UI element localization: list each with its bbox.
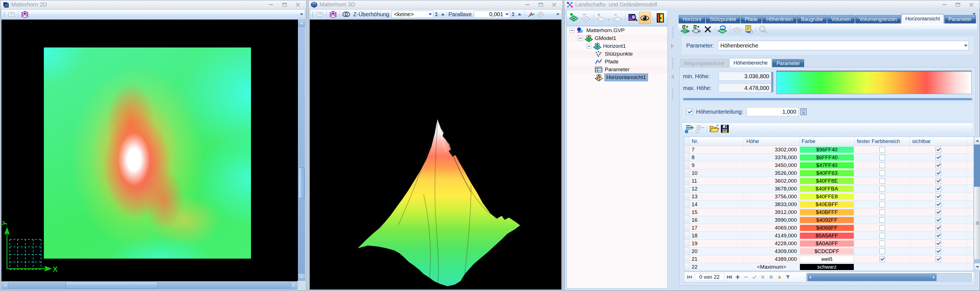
post-edit-button[interactable] <box>750 273 759 281</box>
tab-volumengrenzen[interactable]: Volumengrenzen <box>855 15 901 24</box>
sichtbar-checkbox[interactable] <box>935 162 941 168</box>
tree-item-st-tzpunkte[interactable]: Stützpunkte <box>567 50 667 58</box>
fester-farbbereich-checkbox[interactable] <box>880 170 885 176</box>
horizontal-scrollbar-2d[interactable] <box>2 281 298 289</box>
toolbar-overflow-button[interactable] <box>299 10 304 19</box>
add-entry-button[interactable] <box>684 124 695 134</box>
tree-item-pfade[interactable]: Pfade <box>567 58 667 66</box>
cell-nr[interactable]: 21 <box>689 255 744 263</box>
cell-nr[interactable]: 10 <box>689 169 744 177</box>
subtab-parameter[interactable]: Parameter <box>772 59 804 67</box>
tab-baugrube[interactable]: Baugrube <box>797 15 827 24</box>
tab-horizont[interactable]: Horizont <box>679 15 705 24</box>
row-indicator[interactable] <box>684 255 689 263</box>
z-exaggeration-combo[interactable]: <keine> <box>391 11 433 18</box>
cell-sichtbar[interactable] <box>910 193 967 200</box>
table-row-19[interactable]: 194228,000$A0A0FF <box>684 240 974 247</box>
cell-hoehe[interactable]: 3526,000 <box>744 169 799 177</box>
table-row-7[interactable]: 73302,000$96FF40 <box>684 146 974 154</box>
cell-nr[interactable]: 15 <box>689 208 744 216</box>
column-header-sichtbar[interactable]: sichtbar <box>910 137 967 145</box>
cell-nr[interactable]: 19 <box>689 240 744 247</box>
vertical-scrollbar-2d[interactable] <box>298 19 305 281</box>
cell-hoehe[interactable]: 4149,000 <box>744 232 799 239</box>
cell-hoehe[interactable]: 4069,000 <box>744 224 799 232</box>
cell-farbe[interactable]: weiß <box>799 255 854 263</box>
cell-nr[interactable]: 22 <box>689 263 744 270</box>
save-palette-button[interactable] <box>719 124 730 134</box>
add-view-alt-button[interactable] <box>691 25 702 34</box>
cell-hoehe[interactable]: 3302,000 <box>744 146 799 153</box>
tab-stützpunkte[interactable]: Stützpunkte <box>706 15 740 24</box>
fester-farbbereich-checkbox[interactable] <box>880 248 885 254</box>
sichtbar-checkbox[interactable] <box>935 194 941 199</box>
cell-fester-farbbereich[interactable] <box>854 216 910 224</box>
sichtbar-checkbox[interactable] <box>935 155 941 160</box>
minimize-button[interactable] <box>523 2 532 8</box>
cell-sichtbar[interactable] <box>910 169 967 177</box>
row-indicator[interactable] <box>684 169 689 177</box>
subtab-höhenbereiche[interactable]: Höhenbereiche <box>729 58 772 67</box>
cell-fester-farbbereich[interactable] <box>854 169 910 177</box>
sichtbar-checkbox[interactable] <box>935 248 941 254</box>
titlebar-3d[interactable]: Matterhorn 3D <box>309 0 562 9</box>
table-row-11[interactable]: 113602,000$40FF8E <box>684 177 974 185</box>
layers-button[interactable] <box>20 10 30 18</box>
cell-farbe[interactable]: $40FF8E <box>799 177 854 184</box>
cell-farbe[interactable]: $CDCDFF <box>799 247 854 255</box>
cell-hoehe[interactable]: 3602,000 <box>744 177 799 184</box>
cell-hoehe[interactable]: 3678,000 <box>744 185 799 192</box>
insert-record-button[interactable] <box>733 273 742 281</box>
cell-farbe[interactable]: $4066FF <box>799 224 854 232</box>
cell-hoehe[interactable]: 3756,000 <box>744 193 799 200</box>
titlebar-2d[interactable]: Matterhorn 2D <box>0 0 306 9</box>
z-exaggeration-spinner[interactable] <box>435 12 438 16</box>
cell-hoehe[interactable]: 4309,000 <box>744 247 799 255</box>
cell-farbe[interactable]: $40BFFF <box>799 208 854 216</box>
cell-farbe[interactable]: $40FFBA <box>799 185 854 192</box>
tabs-overflow-button[interactable] <box>972 15 976 20</box>
tab-volumen[interactable]: Volumen <box>827 15 854 24</box>
sichtbar-checkbox[interactable] <box>935 225 941 231</box>
column-header-h-he[interactable]: Höhe <box>744 137 799 145</box>
cell-nr[interactable]: 14 <box>689 200 744 208</box>
parallax-combo[interactable]: 0,001 <box>474 11 510 18</box>
column-header-fester-farbbereich[interactable]: fester Farbbereich <box>854 137 910 145</box>
row-indicator[interactable] <box>684 216 689 224</box>
cell-hoehe[interactable]: 3833,000 <box>744 200 799 208</box>
cell-farbe[interactable]: $6FFF40 <box>799 154 854 161</box>
titlebar-lgm[interactable]: Landschafts- und Geländemodell <box>565 0 980 9</box>
hoehenunterteilung-field[interactable]: 1,000 <box>746 107 798 116</box>
cell-hoehe[interactable]: 3376,000 <box>744 154 799 161</box>
add-horizon-button[interactable] <box>595 12 607 24</box>
cell-sichtbar[interactable] <box>910 240 967 247</box>
cell-hoehe[interactable]: 4389,000 <box>744 255 799 263</box>
fester-farbbereich-checkbox[interactable] <box>880 225 885 231</box>
maximize-button[interactable] <box>280 2 289 8</box>
table-row-10[interactable]: 103526,000$40FF63 <box>684 169 974 177</box>
cell-nr[interactable]: 11 <box>689 177 744 184</box>
tree-expander-icon[interactable] <box>586 44 591 49</box>
remove-entry-button[interactable] <box>695 124 705 134</box>
float-window-button[interactable] <box>7 10 16 18</box>
table-row-8[interactable]: 83376,000$6FFF40 <box>684 154 974 161</box>
tree-expander-icon[interactable] <box>578 36 583 41</box>
scroll-right-button[interactable] <box>290 281 298 289</box>
cell-sichtbar[interactable] <box>910 146 967 153</box>
table-vertical-scrollbar[interactable] <box>974 137 980 271</box>
cell-farbe[interactable]: $96FF40 <box>799 146 854 153</box>
tree-item-parameter[interactable]: Parameter <box>567 66 667 73</box>
row-indicator[interactable] <box>684 193 689 200</box>
exit-button[interactable] <box>654 12 666 24</box>
cell-sichtbar[interactable] <box>910 185 967 192</box>
cell-fester-farbbereich[interactable] <box>854 208 910 216</box>
cell-farbe[interactable]: $40FF63 <box>799 169 854 177</box>
sichtbar-checkbox[interactable] <box>935 202 941 207</box>
cell-farbe[interactable]: schwarz <box>799 263 854 270</box>
cell-sichtbar[interactable] <box>910 263 967 270</box>
search-model-button[interactable] <box>627 12 639 24</box>
cell-farbe[interactable]: $4092FF <box>799 216 854 224</box>
row-indicator[interactable] <box>684 146 689 153</box>
cell-sichtbar[interactable] <box>910 216 967 224</box>
viewport-2d[interactable]: Y X <box>2 19 298 281</box>
